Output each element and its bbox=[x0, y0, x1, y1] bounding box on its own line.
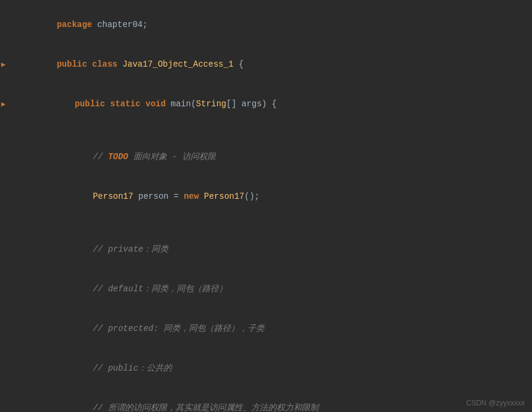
code-8: // private：同类 bbox=[24, 229, 532, 269]
line-9: // default：同类，同包（路径） bbox=[0, 269, 532, 309]
line-6: Person17 person = new Person17(); bbox=[0, 177, 532, 216]
code-2: public class Java17_Object_Access_1 { bbox=[24, 44, 532, 84]
line-10: // protected: 同类，同包（路径），子类 bbox=[0, 309, 532, 348]
arrow-3: ▶ bbox=[1, 100, 5, 109]
code-6: Person17 person = new Person17(); bbox=[24, 177, 532, 216]
code-12: // 所谓的访问权限，其实就是访问属性、方法的权力和限制 bbox=[24, 388, 532, 412]
arrow-2: ▶ bbox=[1, 60, 5, 69]
line-12: // 所谓的访问权限，其实就是访问属性、方法的权力和限制 bbox=[0, 388, 532, 412]
line-7 bbox=[0, 216, 532, 229]
line-8: // private：同类 bbox=[0, 229, 532, 269]
code-9: // default：同类，同包（路径） bbox=[24, 269, 532, 309]
code-11: // public：公共的 bbox=[24, 348, 532, 388]
code-editor: package chapter04; ▶ public class Java17… bbox=[0, 0, 532, 412]
code-1: package chapter04; bbox=[24, 5, 532, 44]
code-3: public static void main(String[] args) { bbox=[24, 84, 532, 124]
line-5: // TODO 面向对象 - 访问权限 bbox=[0, 137, 532, 177]
watermark: CSDN @zyyxxxxx bbox=[466, 399, 525, 407]
code-5: // TODO 面向对象 - 访问权限 bbox=[24, 137, 532, 177]
line-2: ▶ public class Java17_Object_Access_1 { bbox=[0, 44, 532, 84]
line-3: ▶ public static void main(String[] args)… bbox=[0, 84, 532, 124]
code-4 bbox=[24, 124, 532, 137]
line-11: // public：公共的 bbox=[0, 348, 532, 388]
line-1: package chapter04; bbox=[0, 5, 532, 44]
code-10: // protected: 同类，同包（路径），子类 bbox=[24, 309, 532, 348]
line-4 bbox=[0, 124, 532, 137]
code-7 bbox=[24, 216, 532, 229]
